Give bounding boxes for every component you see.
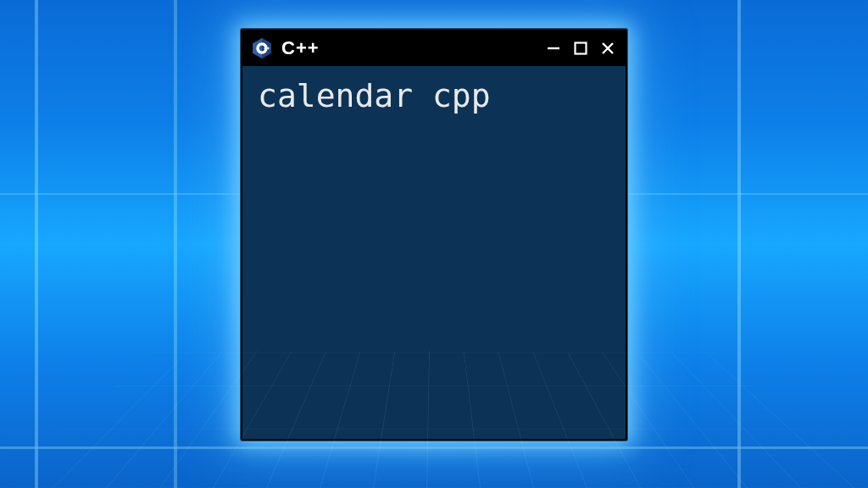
svg-rect-3 xyxy=(264,48,266,49)
close-button[interactable] xyxy=(597,37,619,59)
titlebar[interactable]: C++ xyxy=(242,30,626,66)
cpp-logo-icon xyxy=(251,37,273,59)
terminal-window: C++ calendar cpp xyxy=(241,29,627,441)
svg-rect-7 xyxy=(576,43,587,54)
terminal-body[interactable]: calendar cpp xyxy=(242,66,626,439)
window-title: C++ xyxy=(281,37,534,59)
window-controls xyxy=(542,37,619,59)
terminal-line: calendar cpp xyxy=(258,78,610,115)
maximize-button[interactable] xyxy=(570,37,592,59)
minimize-button[interactable] xyxy=(542,37,565,59)
tech-background: C++ calendar cpp xyxy=(0,0,868,488)
svg-rect-5 xyxy=(267,48,270,49)
